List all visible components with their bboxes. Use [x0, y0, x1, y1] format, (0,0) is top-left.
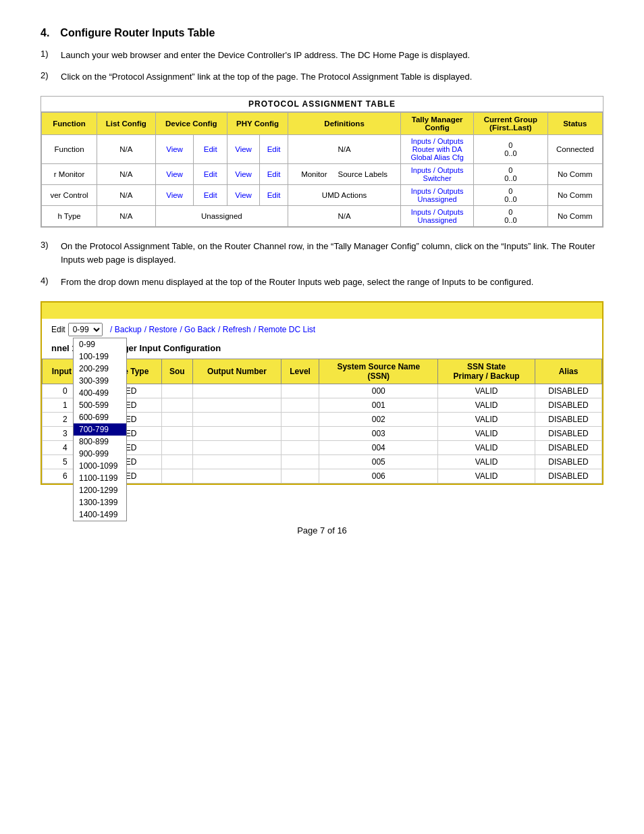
steps-list: 1) Launch your web browser and enter the… [41, 49, 603, 84]
protocol-assignment-table: PROTOCOL ASSIGNMENT TABLE Function List … [41, 96, 603, 228]
cell-alias: DISABLED [535, 412, 602, 426]
col-ssn-state: SSN StatePrimary / Backup [438, 359, 535, 384]
cell-phyedit-1[interactable]: Edit [260, 135, 288, 164]
col-alias: Alias [535, 359, 602, 384]
cell-tally-3[interactable]: Inputs / OutputsUnassigned [401, 185, 474, 206]
cell-function-4: h Type [42, 206, 97, 227]
steps-list-2: 3) On the Protocol Assignment Table, on … [41, 240, 603, 288]
backup-link[interactable]: / Backup [110, 325, 142, 334]
range-dropdown[interactable]: 0-99 100-199 200-299 300-399 400-499 500… [73, 338, 127, 521]
step-2-text: Click on the “Protocol Assignment” link … [61, 70, 603, 84]
cell-level [281, 469, 319, 483]
cell-devedit-2[interactable]: Edit [194, 164, 227, 185]
restore-link[interactable]: / Restore [144, 325, 178, 334]
cell-tally-1[interactable]: Inputs / OutputsRouter with DAGlobal Ali… [401, 135, 474, 164]
page-number: Page 7 of 16 [297, 525, 347, 536]
cell-ssn: 000 [319, 384, 438, 398]
cell-group-4: 00..0 [474, 206, 547, 227]
option-800-899[interactable]: 800-899 [74, 436, 126, 448]
cell-phyview-1[interactable]: View [227, 135, 259, 164]
option-1100-1199[interactable]: 1100-1199 [74, 472, 126, 484]
cell-ssn: 002 [319, 412, 438, 426]
option-400-499[interactable]: 400-499 [74, 387, 126, 399]
col-ssn: System Source Name(SSN) [319, 359, 438, 384]
cell-sou [161, 384, 192, 398]
edit-label: Edit [51, 325, 65, 334]
option-1300-1399[interactable]: 1300-1399 [74, 496, 126, 509]
cell-phyview-2[interactable]: View [227, 164, 259, 185]
section-title: Configure Router Inputs Table [60, 27, 215, 39]
router-edit-bar: Edit 0-99 0-99 100-199 200-299 300-399 4… [42, 319, 602, 340]
cell-ssn-state: VALID [438, 398, 535, 412]
table-row: h Type N/A Unassigned N/A Inputs / Outpu… [42, 206, 603, 227]
cell-output [192, 412, 281, 426]
col-list-config: List Config [97, 113, 156, 135]
option-1000-1099[interactable]: 1000-1099 [74, 460, 126, 472]
option-300-399[interactable]: 300-399 [74, 375, 126, 387]
option-1200-1299[interactable]: 1200-1299 [74, 484, 126, 496]
proto-table: Function List Config Device Config PHY C… [41, 112, 603, 227]
cell-ssn-state: VALID [438, 454, 535, 469]
cell-group-3: 00..0 [474, 185, 547, 206]
col-function: Function [42, 113, 97, 135]
refresh-link[interactable]: / Refresh [218, 325, 251, 334]
step-1-text: Launch your web browser and enter the De… [61, 49, 603, 62]
option-900-999[interactable]: 900-999 [74, 448, 126, 460]
cell-ssn-state: VALID [438, 469, 535, 483]
cell-sou [161, 454, 192, 469]
cell-phyedit-2[interactable]: Edit [260, 164, 288, 185]
cell-listconfig-3: N/A [97, 185, 156, 206]
col-sou: Sou [161, 359, 192, 384]
cell-ssn-state: VALID [438, 426, 535, 440]
cell-devview-1[interactable]: View [155, 135, 194, 164]
cell-devedit-1[interactable]: Edit [194, 135, 227, 164]
col-phy-config: PHY Config [227, 113, 288, 135]
goback-link[interactable]: / Go Back [180, 325, 215, 334]
col-output-num: Output Number [192, 359, 281, 384]
cell-definitions-1: N/A [288, 135, 401, 164]
remote-dc-link[interactable]: / Remote DC List [254, 325, 315, 334]
step-1-num: 1) [41, 49, 55, 62]
cell-level [281, 412, 319, 426]
range-select[interactable]: 0-99 [68, 323, 103, 336]
cell-tally-4[interactable]: Inputs / OutputsUnassigned [401, 206, 474, 227]
cell-alias: DISABLED [535, 469, 602, 483]
cell-tally-2[interactable]: Inputs / OutputsSwitcher [401, 164, 474, 185]
step-2: 2) Click on the “Protocol Assignment” li… [41, 70, 603, 84]
option-0-99[interactable]: 0-99 [74, 338, 126, 350]
cell-definitions-3: UMD Actions [288, 185, 401, 206]
option-600-699[interactable]: 600-699 [74, 411, 126, 423]
cell-devedit-3[interactable]: Edit [194, 185, 227, 206]
router-header-bar [42, 303, 602, 319]
option-100-199[interactable]: 100-199 [74, 350, 126, 363]
cell-ssn: 003 [319, 426, 438, 440]
step-2-num: 2) [41, 70, 55, 84]
col-status: Status [547, 113, 602, 135]
step-3-num: 3) [41, 240, 55, 267]
option-700-799[interactable]: 700-799 [74, 423, 126, 436]
cell-ssn: 001 [319, 398, 438, 412]
cell-phyview-3[interactable]: View [227, 185, 259, 206]
cell-phyedit-3[interactable]: Edit [260, 185, 288, 206]
cell-level [281, 426, 319, 440]
step-1: 1) Launch your web browser and enter the… [41, 49, 603, 62]
cell-function-1: Function [42, 135, 97, 164]
table-row: Function N/A View Edit View Edit N/A Inp… [42, 135, 603, 164]
cell-ssn-state: VALID [438, 412, 535, 426]
cell-devconfig-4: Unassigned [155, 206, 288, 227]
cell-alias: DISABLED [535, 384, 602, 398]
cell-status-4: No Comm [547, 206, 602, 227]
proto-table-header-row: Function List Config Device Config PHY C… [42, 113, 603, 135]
cell-output [192, 426, 281, 440]
option-200-299[interactable]: 200-299 [74, 363, 126, 375]
option-1400-1499[interactable]: 1400-1499 [74, 509, 126, 521]
cell-devview-3[interactable]: View [155, 185, 194, 206]
cell-ssn: 005 [319, 454, 438, 469]
cell-sou [161, 440, 192, 454]
router-inputs-section: Edit 0-99 0-99 100-199 200-299 300-399 4… [41, 301, 603, 485]
cell-status-1: Connected [547, 135, 602, 164]
cell-function-2: r Monitor [42, 164, 97, 185]
cell-definitions-2: Monitor Source Labels [288, 164, 401, 185]
cell-devview-2[interactable]: View [155, 164, 194, 185]
option-500-599[interactable]: 500-599 [74, 399, 126, 411]
